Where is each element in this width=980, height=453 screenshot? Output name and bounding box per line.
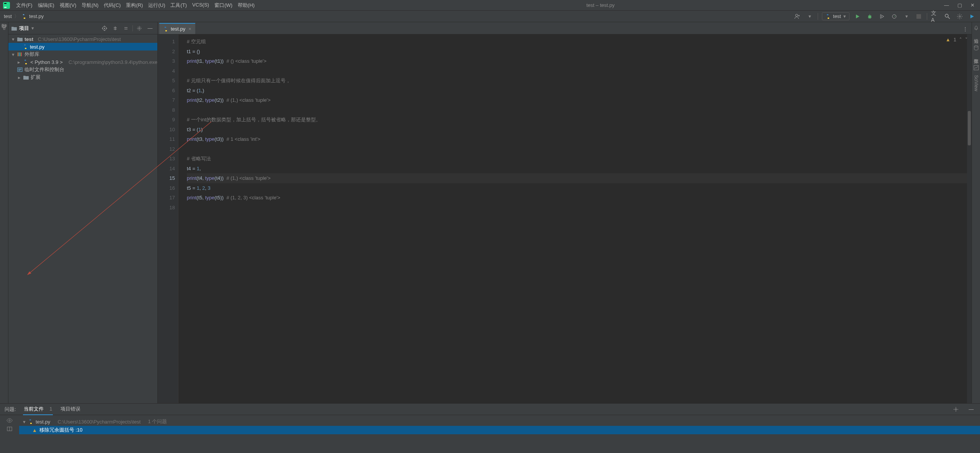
- project-tree[interactable]: ▾ test C:\Users\13600\PycharmProjects\te…: [8, 34, 157, 403]
- add-user-icon[interactable]: [793, 12, 802, 21]
- problems-tab-project-label: 项目错误: [60, 406, 80, 412]
- problems-tab-project[interactable]: 项目错误: [60, 404, 81, 415]
- code-content[interactable]: # 空元组t1 = ()print(t1, type(t1)) # () <cl…: [178, 34, 972, 403]
- scratch-icon: [17, 67, 23, 72]
- problems-toolbar: [0, 415, 19, 453]
- folder-icon: [23, 75, 29, 80]
- gear-icon[interactable]: [952, 405, 960, 414]
- problems-body: ▾ test.py C:\Users\13600\PycharmProjects…: [0, 415, 980, 453]
- layout-icon[interactable]: [7, 427, 12, 431]
- run-button[interactable]: [853, 12, 862, 21]
- gear-icon[interactable]: [135, 24, 144, 33]
- tree-extensions-label: 扩展: [31, 74, 41, 81]
- prev-highlight-icon[interactable]: ˄: [959, 37, 962, 42]
- minimize-panel-icon[interactable]: —: [146, 24, 154, 33]
- tree-root[interactable]: ▾ test C:\Users\13600\PycharmProjects\te…: [8, 35, 157, 43]
- left-tool-stripe: 结构: [0, 22, 8, 403]
- translate-icon[interactable]: 文A: [931, 12, 939, 21]
- breadcrumb-root[interactable]: test: [4, 13, 12, 19]
- breadcrumbs: test 〉 test.py: [4, 13, 44, 20]
- menu-item[interactable]: 重构(R): [124, 1, 145, 10]
- chevron-right-icon: ▸: [17, 75, 21, 80]
- menu-item[interactable]: 导航(N): [79, 1, 101, 10]
- tree-python-path: C:\programming\python3.9.4\python.exe: [69, 59, 157, 65]
- minimize-button[interactable]: —: [944, 2, 949, 8]
- svg-point-23: [974, 46, 978, 47]
- chevron-right-icon: ▸: [17, 59, 21, 65]
- problems-tab-current-count: 1: [49, 406, 52, 412]
- run-config-selector[interactable]: test ▾: [822, 12, 849, 20]
- editor-area: test.py × ⋮ 123456789101112131415161718 …: [158, 22, 972, 403]
- code-editor[interactable]: 123456789101112131415161718 # 空元组t1 = ()…: [158, 34, 972, 403]
- maximize-button[interactable]: ▢: [957, 2, 962, 8]
- tree-file[interactable]: test.py: [8, 43, 157, 51]
- scrollbar-thumb[interactable]: [968, 111, 971, 145]
- tree-scratch-label: 临时文件和控制台: [24, 66, 64, 73]
- warning-icon: ▲: [32, 427, 37, 433]
- run-config-name: test: [833, 13, 841, 19]
- menu-item[interactable]: 编辑(E): [36, 1, 57, 10]
- title-bar: 文件(F)编辑(E)视图(V)导航(N)代码(C)重构(R)运行(U)工具(T)…: [0, 0, 980, 11]
- editor-tab[interactable]: test.py ×: [159, 23, 195, 34]
- menu-item[interactable]: 帮助(H): [235, 1, 257, 10]
- navigation-bar: test 〉 test.py ▾ test ▾ ▾ 文A: [0, 11, 980, 22]
- menu-item[interactable]: 运行(U): [146, 1, 167, 10]
- svg-rect-19: [21, 52, 22, 56]
- breadcrumb-file[interactable]: test.py: [29, 13, 44, 19]
- coverage-button[interactable]: [878, 12, 886, 21]
- tree-extensions[interactable]: ▸ 扩展: [8, 73, 157, 81]
- editor-tabs: test.py × ⋮: [158, 22, 972, 34]
- menu-item[interactable]: 工具(T): [168, 1, 189, 10]
- svg-point-14: [104, 28, 105, 29]
- settings-icon[interactable]: [956, 12, 964, 21]
- tree-scratch[interactable]: 临时文件和控制台: [8, 66, 157, 73]
- tree-file-name: test.py: [30, 44, 44, 50]
- editor-scrollbar[interactable]: [967, 34, 972, 403]
- sciview-icon[interactable]: [973, 65, 979, 70]
- close-button[interactable]: ✕: [970, 2, 975, 8]
- eye-icon[interactable]: [7, 418, 13, 423]
- tree-root-path: C:\Users\13600\PycharmProjects\test: [38, 36, 121, 42]
- svg-point-26: [9, 420, 10, 421]
- app-logo-icon: [3, 2, 10, 9]
- sciview-label[interactable]: SciView: [973, 75, 979, 91]
- locate-icon[interactable]: [100, 24, 109, 33]
- run-anything-icon[interactable]: [968, 12, 976, 21]
- close-tab-icon[interactable]: ×: [188, 26, 191, 32]
- problems-tab-current[interactable]: 当前文件 1: [23, 404, 53, 415]
- tree-ext-lib[interactable]: ▾ 外部库: [8, 51, 157, 58]
- collapse-all-icon[interactable]: [122, 24, 130, 33]
- tree-python-env[interactable]: ▸ < Python 3.9 > C:\programming\python3.…: [8, 58, 157, 66]
- search-icon[interactable]: [943, 12, 952, 21]
- chevron-down-icon[interactable]: ▾: [805, 12, 814, 21]
- hide-panel-icon[interactable]: —: [967, 405, 975, 414]
- attach-button[interactable]: ▾: [902, 12, 911, 21]
- expand-all-icon[interactable]: [111, 24, 119, 33]
- menu-item[interactable]: 视图(V): [57, 1, 78, 10]
- problems-file-row[interactable]: ▾ test.py C:\Users\13600\PycharmProjects…: [19, 417, 980, 426]
- warning-count: 1: [954, 37, 956, 42]
- menu-item[interactable]: VCS(S): [190, 1, 211, 10]
- line-gutter: 123456789101112131415161718: [158, 34, 178, 403]
- svg-point-25: [955, 409, 957, 410]
- problems-issue-row[interactable]: ▲ 移除冗余圆括号 :10: [19, 426, 980, 434]
- svg-rect-16: [18, 52, 18, 56]
- problems-list[interactable]: ▾ test.py C:\Users\13600\PycharmProjects…: [19, 415, 980, 453]
- problems-panel: 问题: 当前文件 1 项目错误 — ▾ test.py C:\Users\136…: [0, 403, 980, 453]
- menu-item[interactable]: 窗口(W): [212, 1, 235, 10]
- debug-button[interactable]: [866, 12, 874, 21]
- stop-button[interactable]: [915, 12, 923, 21]
- inspection-widget[interactable]: ▲ 1 ˄ ˅: [946, 37, 968, 42]
- problems-tab-current-label: 当前文件: [24, 406, 44, 412]
- menu-item[interactable]: 文件(F): [14, 1, 35, 10]
- database-icon[interactable]: [973, 45, 979, 51]
- dropdown-icon[interactable]: ▾: [31, 25, 34, 31]
- structure-tool-icon[interactable]: [2, 24, 7, 30]
- bell-icon[interactable]: [973, 25, 979, 31]
- chevron-right-icon: 〉: [14, 13, 19, 20]
- more-tabs-icon[interactable]: ⋮: [959, 24, 972, 34]
- menu-item[interactable]: 代码(C): [101, 1, 123, 10]
- project-panel-title: 项目: [19, 25, 29, 32]
- profile-button[interactable]: [890, 12, 898, 21]
- window-title: test – test.py: [257, 2, 944, 8]
